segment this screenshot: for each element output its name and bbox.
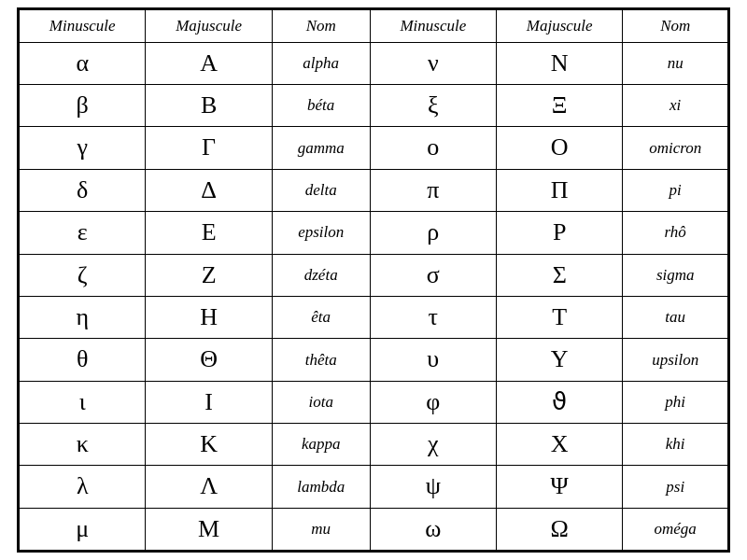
row-4-min1: ε: [20, 212, 146, 254]
row-3-maj2: Π: [497, 169, 623, 211]
table-row: δΔdeltaπΠpi: [20, 169, 728, 211]
row-5-maj2: Σ: [497, 254, 623, 296]
row-1-nom2: xi: [623, 84, 728, 126]
row-4-min2: ρ: [370, 212, 496, 254]
row-0-maj1: A: [146, 42, 272, 84]
row-1-min2: ξ: [370, 84, 496, 126]
row-7-min2: υ: [370, 339, 496, 381]
row-9-nom1: kappa: [272, 424, 370, 466]
row-2-min1: γ: [20, 127, 146, 169]
row-6-min1: η: [20, 296, 146, 338]
row-4-nom2: rhô: [623, 212, 728, 254]
row-9-min2: χ: [370, 424, 496, 466]
row-9-min1: κ: [20, 424, 146, 466]
row-3-min1: δ: [20, 169, 146, 211]
row-10-maj2: Ψ: [497, 466, 623, 508]
row-5-min2: σ: [370, 254, 496, 296]
row-5-nom1: dzéta: [272, 254, 370, 296]
row-8-nom1: iota: [272, 381, 370, 423]
row-5-min1: ζ: [20, 254, 146, 296]
row-6-nom1: êta: [272, 296, 370, 338]
row-10-maj1: Λ: [146, 466, 272, 508]
row-11-maj2: Ω: [497, 508, 623, 550]
table-row: κKkappaχXkhi: [20, 424, 728, 466]
row-0-maj2: N: [497, 42, 623, 84]
row-7-maj2: Y: [497, 339, 623, 381]
table-row: μMmuωΩoméga: [20, 508, 728, 550]
row-0-nom1: alpha: [272, 42, 370, 84]
row-8-maj2: ϑ: [497, 381, 623, 423]
table-row: εEepsilonρPrhô: [20, 212, 728, 254]
row-6-maj1: H: [146, 296, 272, 338]
header-col-0: Minuscule: [20, 9, 146, 42]
header-col-3: Minuscule: [370, 9, 496, 42]
row-3-nom2: pi: [623, 169, 728, 211]
header-col-1: Majuscule: [146, 9, 272, 42]
row-10-nom2: psi: [623, 466, 728, 508]
row-5-nom2: sigma: [623, 254, 728, 296]
row-7-maj1: Θ: [146, 339, 272, 381]
row-11-nom1: mu: [272, 508, 370, 550]
table-row: αAalphaνNnu: [20, 42, 728, 84]
table-row: θΘthêtaυYupsilon: [20, 339, 728, 381]
row-1-nom1: béta: [272, 84, 370, 126]
table-row: βBbétaξΞxi: [20, 84, 728, 126]
row-9-nom2: khi: [623, 424, 728, 466]
row-11-min1: μ: [20, 508, 146, 550]
row-8-maj1: I: [146, 381, 272, 423]
row-3-maj1: Δ: [146, 169, 272, 211]
row-4-maj1: E: [146, 212, 272, 254]
row-6-maj2: T: [497, 296, 623, 338]
row-2-maj1: Γ: [146, 127, 272, 169]
row-8-min2: φ: [370, 381, 496, 423]
row-2-min2: o: [370, 127, 496, 169]
row-7-nom2: upsilon: [623, 339, 728, 381]
row-8-min1: ι: [20, 381, 146, 423]
row-0-min1: α: [20, 42, 146, 84]
row-3-min2: π: [370, 169, 496, 211]
row-4-nom1: epsilon: [272, 212, 370, 254]
row-3-nom1: delta: [272, 169, 370, 211]
row-8-nom2: phi: [623, 381, 728, 423]
row-11-maj1: M: [146, 508, 272, 550]
table-row: ζZdzétaσΣsigma: [20, 254, 728, 296]
row-10-nom1: lambda: [272, 466, 370, 508]
header-col-5: Nom: [623, 9, 728, 42]
table-row: ιIiotaφϑphi: [20, 381, 728, 423]
row-9-maj1: K: [146, 424, 272, 466]
row-7-min1: θ: [20, 339, 146, 381]
row-7-nom1: thêta: [272, 339, 370, 381]
row-6-nom2: tau: [623, 296, 728, 338]
row-11-nom2: oméga: [623, 508, 728, 550]
row-10-min2: ψ: [370, 466, 496, 508]
row-1-maj1: B: [146, 84, 272, 126]
row-2-nom1: gamma: [272, 127, 370, 169]
row-9-maj2: X: [497, 424, 623, 466]
row-6-min2: τ: [370, 296, 496, 338]
row-0-nom2: nu: [623, 42, 728, 84]
table-row: λΛlambdaψΨpsi: [20, 466, 728, 508]
row-5-maj1: Z: [146, 254, 272, 296]
row-4-maj2: P: [497, 212, 623, 254]
header-col-2: Nom: [272, 9, 370, 42]
row-0-min2: ν: [370, 42, 496, 84]
row-1-min1: β: [20, 84, 146, 126]
table-row: ηHêtaτTtau: [20, 296, 728, 338]
row-11-min2: ω: [370, 508, 496, 550]
row-2-maj2: O: [497, 127, 623, 169]
row-1-maj2: Ξ: [497, 84, 623, 126]
table-row: γΓgammaoOomicron: [20, 127, 728, 169]
row-10-min1: λ: [20, 466, 146, 508]
header-col-4: Majuscule: [497, 9, 623, 42]
row-2-nom2: omicron: [623, 127, 728, 169]
greek-alphabet-table: MinusculeMajusculeNomMinusculeMajusculeN…: [17, 7, 730, 553]
